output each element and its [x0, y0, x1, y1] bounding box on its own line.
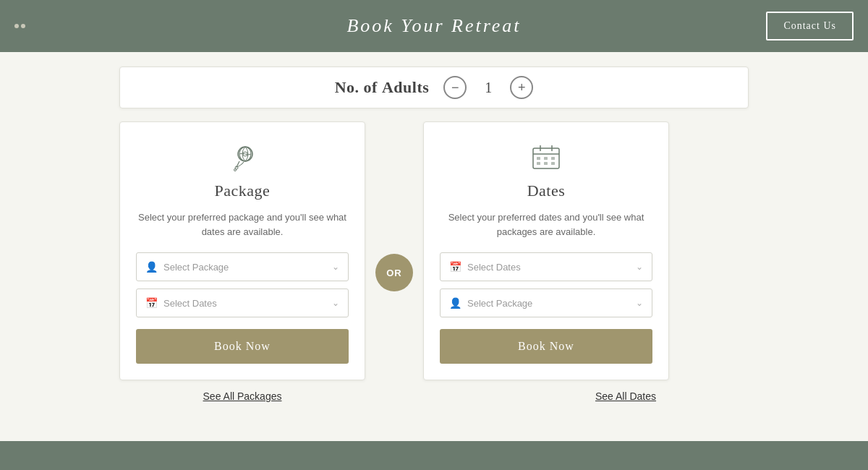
- select-dates-placeholder: Select Dates: [163, 298, 332, 309]
- chevron-down-icon: ⌄: [332, 262, 339, 273]
- package-icon: [136, 138, 349, 176]
- logo-dots: [14, 24, 25, 28]
- dates-card-title: Dates: [440, 181, 652, 200]
- svg-rect-13: [551, 162, 555, 165]
- chevron-down-icon-2: ⌄: [332, 298, 339, 309]
- package-card: Package Select your preferred package an…: [119, 121, 365, 380]
- main-content: No. of Adults − 1 +: [0, 52, 868, 441]
- dates-icon: [440, 138, 652, 176]
- cards-row: Package Select your preferred package an…: [119, 121, 749, 380]
- calendar-icon-dates: 📅: [449, 261, 461, 273]
- contact-button[interactable]: Contact Us: [766, 12, 854, 40]
- decrement-adults-button[interactable]: −: [443, 76, 467, 99]
- person-icon: 👤: [145, 261, 158, 273]
- svg-point-3: [234, 169, 237, 171]
- see-all-dates-link[interactable]: See All Dates: [503, 390, 749, 402]
- svg-rect-9: [544, 157, 548, 160]
- dates-card: Dates Select your preferred dates and yo…: [423, 121, 669, 380]
- footer: [0, 441, 868, 470]
- select-package-placeholder-dates: Select Package: [467, 298, 636, 309]
- increment-adults-button[interactable]: +: [510, 76, 533, 99]
- package-card-description: Select your preferred package and you'll…: [136, 210, 349, 239]
- select-package-placeholder: Select Package: [163, 262, 332, 273]
- select-package-dropdown[interactable]: 👤 Select Package ⌄: [136, 252, 349, 281]
- svg-rect-11: [537, 162, 540, 165]
- chevron-down-icon-3: ⌄: [636, 262, 643, 273]
- dates-card-description: Select your preferred dates and you'll s…: [440, 210, 652, 239]
- book-now-button-dates[interactable]: Book Now: [440, 329, 652, 364]
- header: Book Your Retreat Contact Us: [0, 0, 868, 52]
- svg-rect-10: [551, 157, 555, 160]
- select-dates-placeholder-dates: Select Dates: [467, 262, 636, 273]
- or-divider: OR: [375, 254, 413, 291]
- package-card-title: Package: [136, 181, 349, 200]
- adults-label: No. of Adults: [335, 78, 430, 97]
- adults-count: 1: [481, 80, 495, 96]
- adults-bar: No. of Adults − 1 +: [119, 67, 749, 108]
- page-title: Book Your Retreat: [346, 15, 521, 37]
- svg-rect-12: [544, 162, 548, 165]
- logo-dot-1: [14, 24, 19, 28]
- logo-area: [14, 24, 25, 28]
- svg-rect-8: [537, 157, 540, 160]
- chevron-down-icon-4: ⌄: [636, 298, 643, 309]
- calendar-icon-small: 📅: [145, 297, 158, 309]
- book-now-button-package[interactable]: Book Now: [136, 329, 349, 364]
- logo-dot-2: [21, 24, 25, 28]
- person-icon-dates: 👤: [449, 297, 461, 309]
- see-all-packages-link[interactable]: See All Packages: [119, 390, 365, 402]
- select-dates-dropdown[interactable]: 📅 Select Dates ⌄: [440, 252, 652, 281]
- see-all-row: See All Packages See All Dates: [119, 390, 749, 402]
- select-package-dropdown-dates[interactable]: 👤 Select Package ⌄: [440, 289, 652, 317]
- select-dates-dropdown-package[interactable]: 📅 Select Dates ⌄: [136, 289, 349, 317]
